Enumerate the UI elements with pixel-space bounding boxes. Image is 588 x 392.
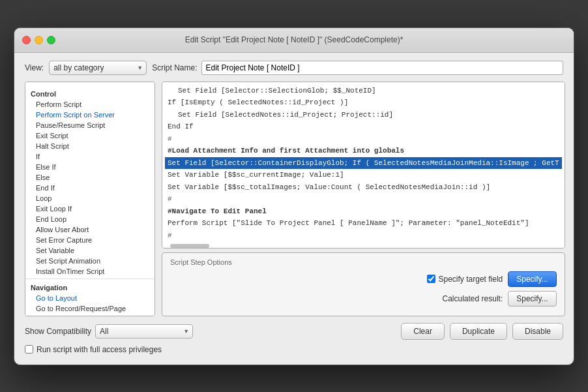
list-item-exit-script[interactable]: Exit Script bbox=[25, 130, 154, 141]
minimize-button[interactable] bbox=[35, 36, 43, 44]
show-compat-section: Show Compatibility AllFileMaker GoFileMa… bbox=[25, 324, 193, 339]
script-line: End If bbox=[165, 121, 562, 133]
calc-specify-button[interactable]: Specify... bbox=[508, 291, 556, 307]
script-line: #Load Attachment Info and first Attachme… bbox=[165, 145, 562, 157]
run-script-label[interactable]: Run script with full access privileges bbox=[25, 345, 162, 354]
options-title: Script Step Options bbox=[170, 258, 557, 266]
list-item-set-error-capture[interactable]: Set Error Capture bbox=[25, 235, 154, 245]
calc-result-label: Calculated result: bbox=[443, 294, 503, 303]
window-content: View: all by categoryallalphabetical ▼ S… bbox=[14, 53, 574, 365]
close-button[interactable] bbox=[22, 36, 31, 44]
list-item-go-to-layout[interactable]: Go to Layout bbox=[25, 293, 154, 303]
left-panel: Control Perform Script Perform Script on… bbox=[25, 82, 155, 316]
run-script-text: Run script with full access privileges bbox=[37, 345, 162, 354]
specify-field-label[interactable]: Specify target field bbox=[427, 275, 503, 284]
list-item-go-to-record[interactable]: Go to Record/Request/Page bbox=[25, 303, 154, 314]
script-line: Perform Script ["Slide To Project Panel … bbox=[165, 217, 562, 230]
run-script-checkbox[interactable] bbox=[25, 345, 33, 354]
script-line: # bbox=[165, 193, 562, 205]
list-item-exit-loop-if[interactable]: Exit Loop If bbox=[25, 204, 154, 214]
specify-field-text: Specify target field bbox=[439, 275, 503, 284]
compat-select-wrapper[interactable]: AllFileMaker GoFileMaker WebDirect ▼ bbox=[95, 324, 193, 339]
list-item-end-loop[interactable]: End Loop bbox=[25, 214, 154, 224]
list-item-allow-user-abort[interactable]: Allow User Abort bbox=[25, 224, 154, 235]
duplicate-button[interactable]: Duplicate bbox=[450, 323, 507, 340]
script-line: # bbox=[165, 230, 562, 242]
list-item-pause-resume[interactable]: Pause/Resume Script bbox=[25, 120, 154, 130]
compat-select[interactable]: AllFileMaker GoFileMaker WebDirect bbox=[95, 324, 193, 339]
list-item-install-ontimer[interactable]: Install OnTimer Script bbox=[25, 266, 154, 277]
list-item-halt-script[interactable]: Halt Script bbox=[25, 141, 154, 151]
script-line: # bbox=[165, 133, 562, 145]
bottom-row: Run script with full access privileges bbox=[25, 345, 563, 354]
top-bar: View: all by categoryallalphabetical ▼ S… bbox=[25, 61, 563, 75]
action-buttons: Clear Duplicate Disable bbox=[401, 323, 563, 340]
show-compat-label: Show Compatibility bbox=[25, 327, 91, 336]
divider bbox=[25, 279, 154, 279]
options-panel: Script Step Options Specify target field… bbox=[162, 252, 565, 316]
category-control: Control bbox=[25, 87, 154, 99]
script-line-highlighted: Set Field [Selector::ContainerDisplayGlo… bbox=[165, 157, 562, 170]
right-panel: Set Field [Selector::SelectionGlob; $$_N… bbox=[162, 82, 565, 316]
list-item-perform-script-server[interactable]: Perform Script on Server bbox=[25, 110, 154, 120]
script-line: If [IsEmpty ( SelectedNotes::id_Project … bbox=[165, 97, 562, 109]
script-line: Set Variable [$$sc_currentImage; Value:1… bbox=[165, 169, 562, 181]
list-item-set-variable[interactable]: Set Variable bbox=[25, 245, 154, 256]
script-line: Set Field [Selector::SelectionGlob; $$_N… bbox=[165, 85, 562, 97]
specify-field-row: Specify target field Specify... bbox=[170, 271, 557, 287]
traffic-lights bbox=[22, 36, 55, 44]
view-select[interactable]: all by categoryallalphabetical bbox=[49, 61, 147, 75]
specify-field-button[interactable]: Specify... bbox=[508, 271, 556, 287]
fullscreen-button[interactable] bbox=[47, 36, 55, 44]
main-window: Edit Script "Edit Project Note [ NoteID … bbox=[14, 27, 574, 365]
disable-button[interactable]: Disable bbox=[512, 323, 563, 340]
category-navigation: Navigation bbox=[25, 281, 154, 293]
list-item-else-if[interactable]: Else If bbox=[25, 162, 154, 172]
clear-button[interactable]: Clear bbox=[401, 323, 445, 340]
list-item-if[interactable]: If bbox=[25, 151, 154, 162]
left-panel-content: Control Perform Script Perform Script on… bbox=[25, 85, 154, 316]
list-item-else[interactable]: Else bbox=[25, 172, 154, 183]
window-title: Edit Script "Edit Project Note [ NoteID … bbox=[185, 35, 404, 44]
list-item-perform-script[interactable]: Perform Script bbox=[25, 99, 154, 110]
script-name-area: Script Name: bbox=[152, 61, 563, 75]
bottom-controls: Show Compatibility AllFileMaker GoFileMa… bbox=[25, 323, 563, 354]
script-name-input[interactable] bbox=[201, 61, 564, 75]
view-label: View: bbox=[25, 63, 44, 72]
main-area: Control Perform Script Perform Script on… bbox=[25, 82, 563, 316]
calc-result-row: Calculated result: Specify... bbox=[170, 291, 557, 307]
action-row: Show Compatibility AllFileMaker GoFileMa… bbox=[25, 323, 563, 340]
script-line: #Navigate To Edit Panel bbox=[165, 205, 562, 218]
list-item-set-script-animation[interactable]: Set Script Animation bbox=[25, 256, 154, 266]
list-item-loop[interactable]: Loop bbox=[25, 193, 154, 204]
list-item-end-if[interactable]: End If bbox=[25, 183, 154, 193]
titlebar: Edit Script "Edit Project Note [ NoteID … bbox=[14, 28, 574, 53]
script-line: Set Variable [$$sc_totalImages; Value:Co… bbox=[165, 181, 562, 194]
script-editor[interactable]: Set Field [Selector::SelectionGlob; $$_N… bbox=[162, 82, 565, 249]
specify-field-checkbox[interactable] bbox=[427, 275, 435, 283]
script-name-label: Script Name: bbox=[152, 63, 197, 72]
script-line: Set Field [SelectedNotes::id_Project; Pr… bbox=[165, 109, 562, 121]
view-select-wrapper[interactable]: all by categoryallalphabetical ▼ bbox=[49, 61, 147, 75]
